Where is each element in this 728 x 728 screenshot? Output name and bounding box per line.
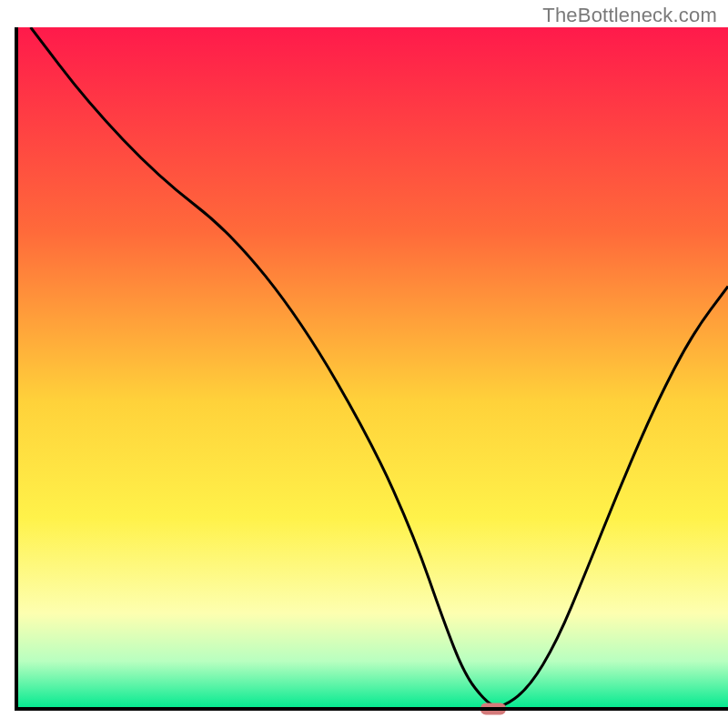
gradient-background — [16, 27, 728, 709]
bottleneck-chart — [0, 0, 728, 728]
watermark-text: TheBottleneck.com — [542, 4, 717, 27]
chart-container: TheBottleneck.com — [0, 0, 728, 728]
